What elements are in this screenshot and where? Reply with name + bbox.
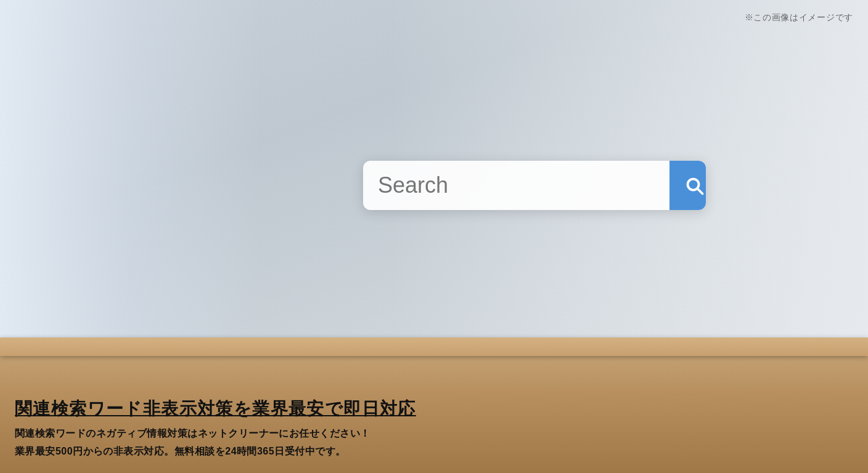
- subtext-line1: 関連検索ワードのネガティブ情報対策はネットクリーナーにお任せください！: [15, 425, 853, 443]
- search-container: [363, 156, 706, 214]
- search-icon: [683, 174, 705, 196]
- search-button[interactable]: [669, 161, 706, 210]
- search-input[interactable]: [363, 161, 669, 210]
- bottom-overlay: 関連検索ワード非表示対策を業界最安で即日対応 関連検索ワードのネガティブ情報対策…: [0, 387, 868, 473]
- subtext-line2: 業界最安500円からの非表示対応。無料相談を24時間365日受付中です。: [15, 443, 853, 461]
- headline-text: 関連検索ワード非表示対策を業界最安で即日対応: [15, 398, 853, 420]
- table-top: [0, 338, 868, 356]
- search-box: [363, 161, 706, 210]
- notice-text: ※この画像はイメージです: [745, 12, 853, 23]
- subtext: 関連検索ワードのネガティブ情報対策はネットクリーナーにお任せください！ 業界最安…: [15, 425, 853, 461]
